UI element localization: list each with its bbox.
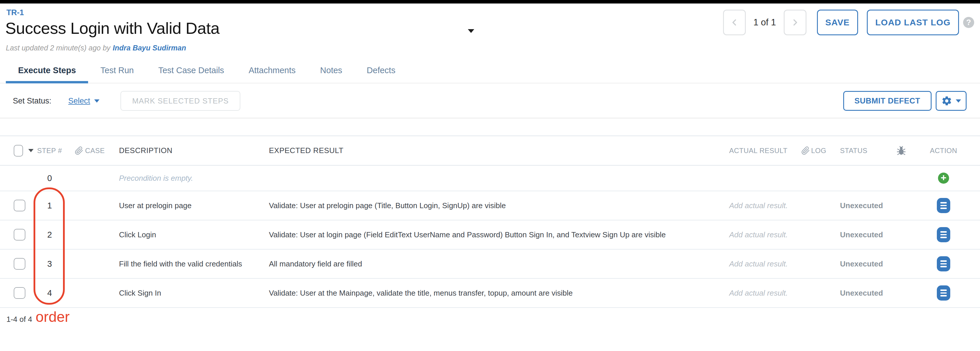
step-expected-result: Validate: User at login page (Field Edit… — [262, 230, 718, 239]
annotation-order-label: order — [36, 308, 70, 326]
title-dropdown-caret-icon[interactable] — [468, 29, 474, 33]
pagination-next-button[interactable] — [784, 10, 807, 35]
load-last-log-button[interactable]: LOAD LAST LOG — [867, 10, 959, 35]
settings-dropdown-button[interactable] — [935, 91, 967, 111]
tab-attachments[interactable]: Attachments — [236, 58, 308, 83]
bug-icon — [887, 146, 916, 156]
column-header-case: CASE — [65, 146, 114, 155]
actual-result-input[interactable]: Add actual result. — [729, 230, 788, 239]
step-description: User at prelogin page — [114, 201, 262, 210]
row-menu-button[interactable] — [937, 256, 950, 272]
caret-down-icon — [94, 99, 99, 103]
steps-toolbar: Set Status: Select MARK SELECTED STEPS S… — [0, 84, 980, 118]
row-menu-button[interactable] — [937, 286, 950, 300]
tab-execute-steps[interactable]: Execute Steps — [6, 58, 88, 83]
caret-down-icon — [956, 99, 961, 103]
step-number: 0 — [47, 173, 52, 183]
row-checkbox[interactable] — [14, 229, 25, 240]
test-run-id-link[interactable]: TR-1 — [6, 8, 24, 17]
table-header-row: STEP # CASE DESCRIPTION EXPECTED RESULT … — [0, 135, 980, 165]
step-expected-result: Validate: User at prelogin page (Title, … — [262, 201, 718, 210]
page-title: Success Login with Valid Data — [5, 19, 220, 38]
plus-circle-icon[interactable]: + — [938, 173, 949, 184]
select-label: Select — [68, 97, 90, 106]
gear-icon — [941, 95, 952, 106]
actual-result-input[interactable]: Add actual result. — [729, 201, 788, 210]
step-description: Fill the field with the valid credential… — [114, 259, 262, 268]
column-header-step: STEP # — [33, 147, 65, 155]
actual-result-input[interactable]: Add actual result. — [729, 259, 788, 268]
column-header-action: ACTION — [916, 147, 980, 155]
select-all-caret-icon[interactable] — [28, 149, 33, 152]
chevron-right-icon — [791, 18, 799, 27]
step-row-3: 3 Fill the field with the valid credenti… — [0, 249, 980, 279]
tab-test-run[interactable]: Test Run — [88, 58, 146, 83]
author-link[interactable]: Indra Bayu Sudirman — [113, 44, 186, 52]
window-top-bar — [0, 0, 980, 3]
status-badge: Unexecuted — [840, 230, 883, 239]
step-expected-result: All mandatory field are filled — [262, 259, 718, 268]
last-updated-text: Last updated 2 minute(s) ago byIndra Bay… — [6, 44, 186, 52]
paperclip-icon — [801, 146, 810, 155]
row-menu-button[interactable] — [937, 198, 950, 213]
test-execution-screen: TR-1 Success Login with Valid Data Last … — [0, 0, 980, 351]
row-checkbox[interactable] — [14, 200, 25, 211]
step-description: Click Sign In — [114, 289, 262, 298]
status-badge: Unexecuted — [840, 201, 883, 210]
precondition-empty-text: Precondition is empty. — [119, 174, 193, 183]
step-row-4: 4 Click Sign In Validate: User at the Ma… — [0, 279, 980, 308]
step-number: 1 — [47, 201, 52, 210]
step-row-1: 1 User at prelogin page Validate: User a… — [0, 191, 980, 221]
precondition-row: 0 Precondition is empty. + — [0, 165, 980, 191]
column-header-log: LOG — [799, 146, 828, 155]
column-header-description: DESCRIPTION — [114, 146, 262, 155]
pagination-prev-button[interactable] — [723, 10, 746, 35]
tab-test-case-details[interactable]: Test Case Details — [146, 58, 237, 83]
pagination-label: 1 of 1 — [753, 17, 776, 28]
row-checkbox[interactable] — [14, 258, 25, 270]
chevron-left-icon — [730, 18, 739, 27]
mark-selected-steps-button[interactable]: MARK SELECTED STEPS — [121, 91, 240, 111]
execute-steps-table: STEP # CASE DESCRIPTION EXPECTED RESULT … — [0, 135, 980, 308]
row-checkbox[interactable] — [14, 287, 25, 299]
row-menu-button[interactable] — [937, 227, 950, 242]
step-number: 2 — [47, 230, 52, 239]
status-badge: Unexecuted — [840, 289, 883, 297]
header-actions: 1 of 1 SAVE LOAD LAST LOG ? — [723, 10, 974, 35]
pagination-range-label: 1-4 of 4 — [6, 315, 32, 324]
submit-defect-button[interactable]: SUBMIT DEFECT — [843, 91, 932, 111]
tab-defects[interactable]: Defects — [355, 58, 407, 83]
column-header-expected-result: EXPECTED RESULT — [262, 146, 718, 155]
column-header-actual-result: ACTUAL RESULT — [718, 147, 799, 155]
paperclip-icon — [75, 146, 83, 155]
tab-bar: Execute Steps Test Run Test Case Details… — [0, 58, 980, 83]
select-all-checkbox[interactable] — [14, 145, 23, 157]
last-updated-prefix: Last updated 2 minute(s) ago by — [6, 44, 111, 52]
actual-result-input[interactable]: Add actual result. — [729, 289, 788, 297]
step-expected-result: Validate: User at the Mainpage, validate… — [262, 289, 718, 298]
step-row-2: 2 Click Login Validate: User at login pa… — [0, 221, 980, 249]
set-status-select-dropdown[interactable]: Select — [68, 97, 99, 106]
column-header-status: STATUS — [828, 147, 887, 155]
tab-notes[interactable]: Notes — [308, 58, 355, 83]
step-number: 3 — [47, 259, 52, 268]
status-badge: Unexecuted — [840, 259, 883, 268]
set-status-label: Set Status: — [13, 97, 51, 106]
step-number: 4 — [47, 288, 52, 298]
help-icon[interactable]: ? — [963, 17, 974, 28]
toolbar-right-group: SUBMIT DEFECT — [843, 91, 967, 111]
step-description: Click Login — [114, 230, 262, 239]
save-button[interactable]: SAVE — [817, 10, 858, 35]
